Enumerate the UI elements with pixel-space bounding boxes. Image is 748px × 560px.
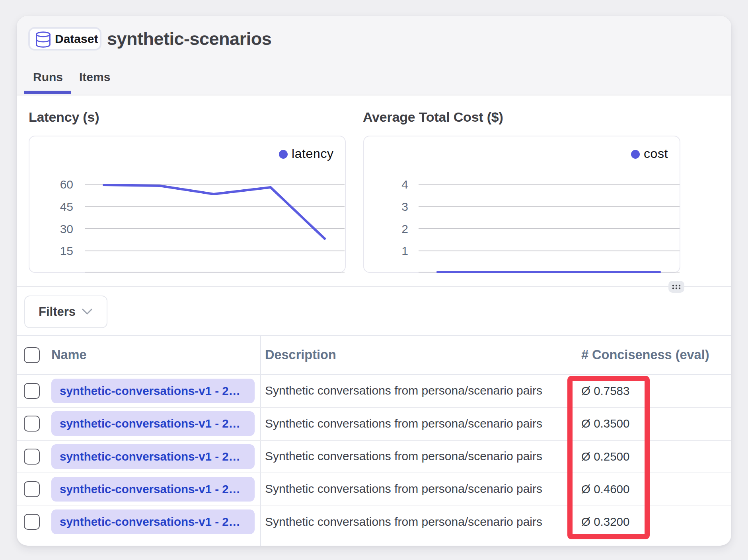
svg-text:15: 15 — [60, 244, 73, 257]
svg-text:1: 1 — [401, 244, 408, 257]
svg-text:45: 45 — [60, 200, 73, 213]
svg-text:2: 2 — [401, 222, 408, 235]
svg-text:30: 30 — [60, 222, 73, 235]
svg-text:3: 3 — [401, 200, 408, 213]
svg-text:60: 60 — [60, 178, 73, 191]
svg-text:4: 4 — [401, 178, 408, 191]
